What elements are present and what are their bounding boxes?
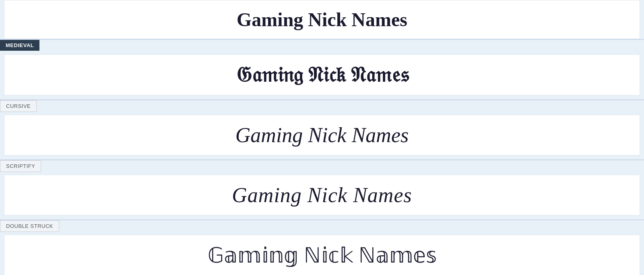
double-struck-text: 𝔾𝕒𝕞𝕚𝕟𝕘 ℕ𝕚𝕔𝕜 ℕ𝕒𝕞𝕖𝕤 <box>208 243 437 267</box>
double-struck-display-area[interactable]: 𝔾𝕒𝕞𝕚𝕟𝕘 ℕ𝕚𝕔𝕜 ℕ𝕒𝕞𝕖𝕤 <box>4 235 640 275</box>
medieval-section: MEDIEVAL 𝔊𝔞𝔪𝔦𝔫𝔤 𝔑𝔦𝔠𝔨 𝔑𝔞𝔪𝔢𝔰 <box>0 39 644 100</box>
cursive-text: Gaming Nick Names <box>235 123 409 147</box>
scriptify-section: SCRIPTIFY Gaming Nick Names <box>0 160 644 220</box>
medieval-label: MEDIEVAL <box>0 40 39 51</box>
top-preview-section: Gaming Nick Names <box>0 0 644 39</box>
medieval-text: 𝔊𝔞𝔪𝔦𝔫𝔤 𝔑𝔦𝔠𝔨 𝔑𝔞𝔪𝔢𝔰 <box>236 63 409 87</box>
scriptify-display-area[interactable]: Gaming Nick Names <box>4 175 640 215</box>
medieval-display-area[interactable]: 𝔊𝔞𝔪𝔦𝔫𝔤 𝔑𝔦𝔠𝔨 𝔑𝔞𝔪𝔢𝔰 <box>4 54 640 95</box>
scriptify-label: SCRIPTIFY <box>0 160 41 172</box>
cursive-section: CURSIVE Gaming Nick Names <box>0 100 644 160</box>
cursive-display-area[interactable]: Gaming Nick Names <box>4 115 640 155</box>
double-struck-label: DOUBLE STRUCK <box>0 220 59 232</box>
double-struck-section: DOUBLE STRUCK 𝔾𝕒𝕞𝕚𝕟𝕘 ℕ𝕚𝕔𝕜 ℕ𝕒𝕞𝕖𝕤 <box>0 220 644 275</box>
top-preview-text: Gaming Nick Names <box>237 8 407 31</box>
cursive-label: CURSIVE <box>0 100 37 112</box>
scriptify-text: Gaming Nick Names <box>232 183 412 207</box>
top-display-area: Gaming Nick Names <box>4 0 640 39</box>
